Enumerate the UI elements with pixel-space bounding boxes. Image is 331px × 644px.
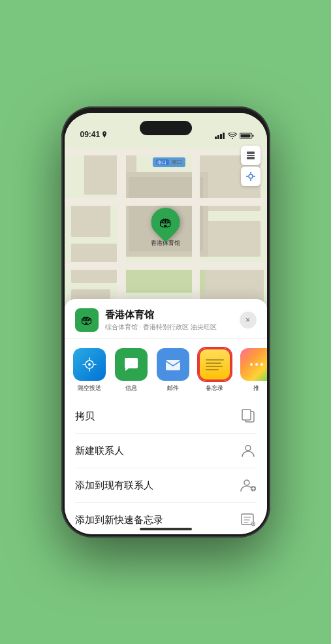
sheet-header: 🏟 香港体育馆 综合体育馆 · 香港特别行政区 油尖旺区 × <box>65 299 267 339</box>
dynamic-island <box>140 121 192 135</box>
copy-menu-item[interactable]: 拷贝 <box>75 399 257 434</box>
copy-label: 拷贝 <box>75 410 95 423</box>
close-button[interactable]: × <box>240 312 257 329</box>
messages-action[interactable]: 信息 <box>113 348 150 393</box>
more-label: 推 <box>253 384 259 393</box>
venue-icon: 🏟 <box>75 308 99 332</box>
mail-icon <box>157 348 189 381</box>
mail-label: 邮件 <box>167 384 179 393</box>
svg-rect-2 <box>220 134 222 139</box>
svg-point-30 <box>249 174 253 178</box>
new-contact-menu-item[interactable]: 新建联系人 <box>75 434 257 468</box>
svg-rect-0 <box>215 137 217 139</box>
svg-point-44 <box>244 480 249 485</box>
svg-rect-27 <box>247 152 255 154</box>
svg-point-38 <box>250 363 253 366</box>
quick-note-label: 添加到新快速备忘录 <box>75 514 163 526</box>
mail-action[interactable]: 邮件 <box>155 348 191 393</box>
battery-icon <box>240 133 254 139</box>
map-controls <box>241 146 260 186</box>
svg-rect-1 <box>217 135 219 139</box>
new-contact-icon <box>240 442 257 459</box>
venue-info: 香港体育馆 综合体育馆 · 香港特别行政区 油尖旺区 <box>105 309 240 332</box>
south-entrance-label: 南口 南口 <box>152 157 185 167</box>
svg-rect-23 <box>65 262 267 270</box>
status-icons <box>215 133 254 139</box>
location-button[interactable] <box>241 167 260 186</box>
messages-icon <box>115 348 148 381</box>
bottom-sheet: 🏟 香港体育馆 综合体育馆 · 香港特别行政区 油尖旺区 × <box>65 299 267 534</box>
venue-subtitle: 综合体育馆 · 香港特别行政区 油尖旺区 <box>105 323 240 332</box>
svg-point-43 <box>245 445 251 451</box>
svg-rect-37 <box>166 360 180 370</box>
add-existing-menu-item[interactable]: 添加到现有联系人 <box>75 468 257 503</box>
svg-rect-3 <box>223 133 225 139</box>
phone-screen: 09:41 <box>65 113 267 534</box>
signal-icon <box>215 133 225 139</box>
airdrop-icon <box>73 348 106 381</box>
messages-label: 信息 <box>125 384 137 393</box>
new-contact-label: 新建联系人 <box>75 445 124 457</box>
notes-label: 备忘录 <box>206 384 223 393</box>
notes-action[interactable]: 备忘录 <box>197 348 233 393</box>
status-time: 09:41 <box>80 130 101 139</box>
airdrop-label: 隔空投送 <box>78 384 101 393</box>
more-action[interactable]: 推 <box>238 348 267 393</box>
location-marker: 🏟 香港体育馆 <box>151 208 180 248</box>
venue-name: 香港体育馆 <box>105 309 240 321</box>
location-icon <box>102 131 107 138</box>
svg-rect-26 <box>65 149 267 155</box>
svg-rect-29 <box>247 157 255 159</box>
quick-note-icon <box>240 511 257 528</box>
menu-list: 拷贝 新建联系人 <box>65 399 267 534</box>
copy-icon <box>240 408 257 425</box>
svg-rect-5 <box>252 135 253 137</box>
share-actions-row: 隔空投送 信息 <box>65 339 267 399</box>
svg-point-36 <box>88 363 91 366</box>
add-existing-icon <box>240 477 257 494</box>
svg-rect-10 <box>71 204 110 237</box>
wifi-icon <box>228 133 237 139</box>
svg-rect-6 <box>240 135 250 138</box>
airdrop-action[interactable]: 隔空投送 <box>71 348 108 393</box>
map-layers-button[interactable] <box>241 146 260 165</box>
phone-frame: 09:41 <box>61 106 270 538</box>
svg-rect-28 <box>247 155 255 156</box>
svg-rect-42 <box>242 410 251 420</box>
home-indicator <box>140 528 192 530</box>
more-icon <box>240 348 267 381</box>
notes-icon <box>198 348 231 381</box>
svg-point-39 <box>255 363 258 366</box>
svg-rect-22 <box>65 198 267 206</box>
svg-point-40 <box>260 363 263 366</box>
add-existing-label: 添加到现有联系人 <box>75 479 153 492</box>
